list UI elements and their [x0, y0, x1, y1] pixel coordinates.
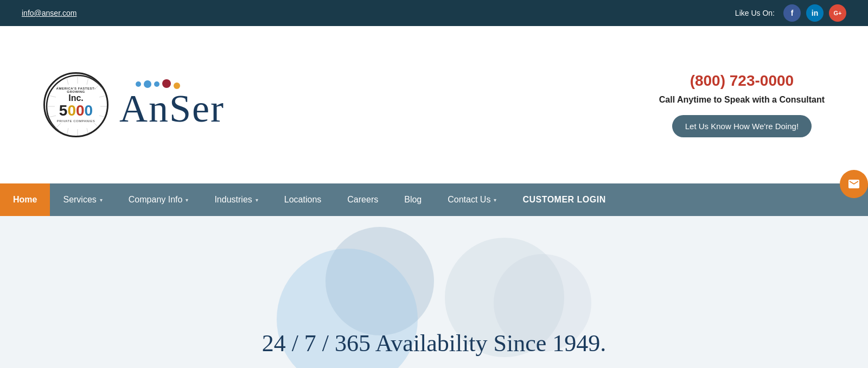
chevron-down-icon: ▾ — [256, 197, 258, 203]
chevron-down-icon: ▾ — [494, 197, 496, 203]
nav-careers[interactable]: Careers — [334, 183, 391, 216]
email-float-button[interactable] — [840, 170, 868, 198]
like-us-label: Like Us On: — [735, 9, 775, 17]
linkedin-icon[interactable]: in — [806, 4, 824, 22]
svg-line-11 — [67, 128, 68, 135]
phone-number[interactable]: (800) 723-0000 — [659, 72, 825, 90]
nav-contact-us[interactable]: Contact Us ▾ — [435, 183, 509, 216]
email-link[interactable]: info@anser.com — [22, 9, 76, 17]
header-left: AMERICA'S FASTEST-GROWING Inc. 5000 PRIV… — [43, 72, 225, 137]
chevron-down-icon: ▾ — [186, 197, 188, 203]
hero-tagline: 24 / 7 / 365 Availability Since 1949. — [262, 329, 607, 357]
hero-section: 24 / 7 / 365 Availability Since 1949. — [0, 216, 868, 368]
nav-company-info[interactable]: Company Info ▾ — [116, 183, 202, 216]
svg-line-12 — [87, 128, 88, 135]
nav-home[interactable]: Home — [0, 183, 50, 216]
facebook-icon[interactable]: f — [783, 4, 801, 22]
call-text: Call Anytime to Speak with a Consultant — [659, 94, 825, 106]
nav-industries[interactable]: Industries ▾ — [201, 183, 271, 216]
nav-locations[interactable]: Locations — [271, 183, 335, 216]
anser-name-text: AnSer — [119, 89, 225, 128]
header: AMERICA'S FASTEST-GROWING Inc. 5000 PRIV… — [0, 26, 868, 183]
anser-logo: AnSer — [119, 81, 225, 128]
google-icon[interactable]: G+ — [829, 4, 846, 22]
nav-customer-login[interactable]: CUSTOMER LOGIN — [509, 183, 618, 216]
social-links: Like Us On: f in G+ — [735, 4, 846, 22]
top-bar: info@anser.com Like Us On: f in G+ — [0, 0, 868, 26]
nav-blog[interactable]: Blog — [391, 183, 435, 216]
feedback-button[interactable]: Let Us Know How We're Doing! — [672, 115, 812, 137]
envelope-icon — [847, 177, 860, 191]
inc5000-badge: AMERICA'S FASTEST-GROWING Inc. 5000 PRIV… — [43, 72, 108, 137]
header-right: (800) 723-0000 Call Anytime to Speak wit… — [659, 72, 825, 137]
navigation: Home Services ▾ Company Info ▾ Industrie… — [0, 183, 868, 216]
nav-services[interactable]: Services ▾ — [50, 183, 115, 216]
chevron-down-icon: ▾ — [100, 197, 103, 203]
